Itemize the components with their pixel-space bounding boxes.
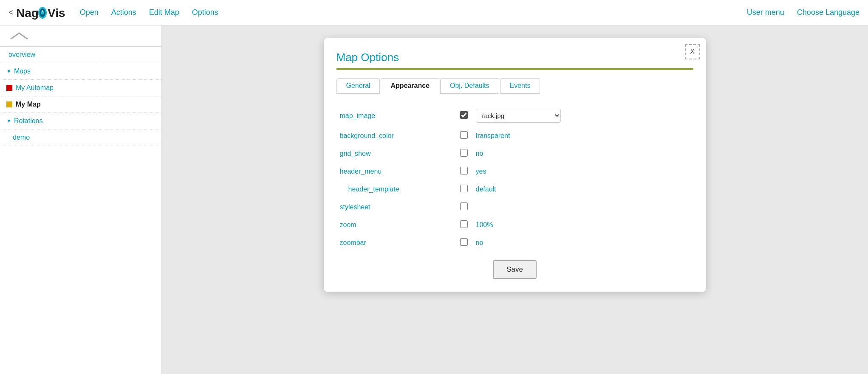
dropdown-map-image[interactable]: rack.jpg default.png world.png [476, 109, 561, 123]
checkbox-header-menu[interactable] [460, 167, 468, 174]
field-label-grid-show: grid_show [336, 145, 455, 163]
dialog-divider [336, 68, 693, 70]
table-row: header_template default [336, 180, 693, 198]
field-check-map-image [455, 104, 472, 127]
map-options-dialog: Map Options X General Appearance Obj. De… [324, 38, 706, 292]
svg-text:Vis: Vis [48, 6, 65, 20]
sidebar-item-demo[interactable]: demo [0, 129, 161, 146]
main-nav: Open Actions Edit Map Options [80, 8, 747, 17]
field-label-background-color: background_color [336, 127, 455, 145]
save-button[interactable]: Save [493, 260, 537, 279]
dialog-title: Map Options [336, 51, 693, 64]
sidebar-item-my-map[interactable]: My Map [0, 96, 161, 113]
logo-lt: < [8, 8, 14, 17]
mymap-status-icon [6, 101, 12, 107]
sidebar-item-overview[interactable]: overview [0, 47, 161, 63]
checkbox-zoombar[interactable] [460, 238, 468, 246]
field-check-header-menu [455, 163, 472, 180]
user-menu-link[interactable]: User menu [747, 8, 784, 17]
checkbox-map-image[interactable] [460, 111, 468, 119]
nav-options[interactable]: Options [192, 8, 218, 17]
table-row: zoom 100% [336, 216, 693, 234]
field-value-zoom: 100% [472, 216, 693, 234]
svg-text:Nag: Nag [16, 6, 39, 20]
field-check-header-template [455, 180, 472, 198]
tab-events[interactable]: Events [500, 78, 540, 94]
field-check-grid-show [455, 145, 472, 163]
main-content: Map Options X General Appearance Obj. De… [161, 25, 868, 374]
nav-actions[interactable]: Actions [111, 8, 136, 17]
sidebar-section-maps[interactable]: ▼ Maps [0, 63, 161, 80]
layout: overview ▼ Maps My Automap My Map ▼ Rota… [0, 25, 868, 374]
sidebar-my-automap-label: My Automap [16, 84, 54, 92]
dialog-tabs: General Appearance Obj. Defaults Events [336, 78, 693, 94]
field-value-header-menu: yes [472, 163, 693, 180]
sidebar-item-my-automap[interactable]: My Automap [0, 80, 161, 96]
tab-appearance[interactable]: Appearance [381, 78, 439, 94]
field-value-grid-show: no [472, 145, 693, 163]
sidebar-top-bar [0, 25, 161, 47]
maps-arrow-icon: ▼ [6, 68, 11, 74]
sidebar-icon [6, 30, 32, 42]
field-label-header-menu: header_menu [336, 163, 455, 180]
field-label-header-template: header_template [336, 180, 455, 198]
table-row: zoombar no [336, 234, 693, 252]
sidebar-maps-label: Maps [14, 67, 31, 75]
checkbox-stylesheet[interactable] [460, 202, 468, 210]
table-row: header_menu yes [336, 163, 693, 180]
checkbox-header-template[interactable] [460, 185, 468, 192]
field-value-stylesheet [472, 198, 693, 216]
table-row: map_image rack.jpg default.png world.png [336, 104, 693, 127]
table-row: grid_show no [336, 145, 693, 163]
field-check-stylesheet [455, 198, 472, 216]
field-label-stylesheet: stylesheet [336, 198, 455, 216]
sidebar-my-map-label: My Map [16, 101, 41, 108]
sidebar-section-rotations[interactable]: ▼ Rotations [0, 113, 161, 129]
choose-language-link[interactable]: Choose Language [797, 8, 860, 17]
field-check-zoombar [455, 234, 472, 252]
field-label-zoom: zoom [336, 216, 455, 234]
logo: < Nag Vis [8, 4, 67, 21]
dialog-close-button[interactable]: X [685, 44, 700, 59]
field-value-map-image: rack.jpg default.png world.png [472, 104, 693, 127]
field-check-zoom [455, 216, 472, 234]
field-label-zoombar: zoombar [336, 234, 455, 252]
table-row: stylesheet [336, 198, 693, 216]
sidebar-rotations-label: Rotations [14, 117, 43, 125]
field-value-header-template: default [472, 180, 693, 198]
checkbox-background-color[interactable] [460, 131, 468, 139]
checkbox-grid-show[interactable] [460, 149, 468, 157]
field-value-background-color: transparent [472, 127, 693, 145]
rotations-arrow-icon: ▼ [6, 118, 11, 124]
checkbox-zoom[interactable] [460, 220, 468, 228]
field-label-map-image: map_image [336, 104, 455, 127]
sidebar: overview ▼ Maps My Automap My Map ▼ Rota… [0, 25, 161, 374]
nav-open[interactable]: Open [80, 8, 99, 17]
header: < Nag Vis Open Actions Edit Map Options … [0, 0, 868, 25]
save-button-row: Save [336, 260, 693, 279]
table-row: background_color transparent [336, 127, 693, 145]
appearance-form: map_image rack.jpg default.png world.png [336, 104, 693, 252]
tab-obj-defaults[interactable]: Obj. Defaults [440, 78, 499, 94]
svg-point-4 [42, 10, 43, 12]
header-right: User menu Choose Language [747, 8, 860, 17]
tab-general[interactable]: General [336, 78, 380, 94]
field-value-zoombar: no [472, 234, 693, 252]
nav-edit-map[interactable]: Edit Map [149, 8, 179, 17]
automap-status-icon [6, 85, 12, 91]
nagovis-logo-svg: Nag Vis [16, 4, 67, 21]
field-check-background-color [455, 127, 472, 145]
